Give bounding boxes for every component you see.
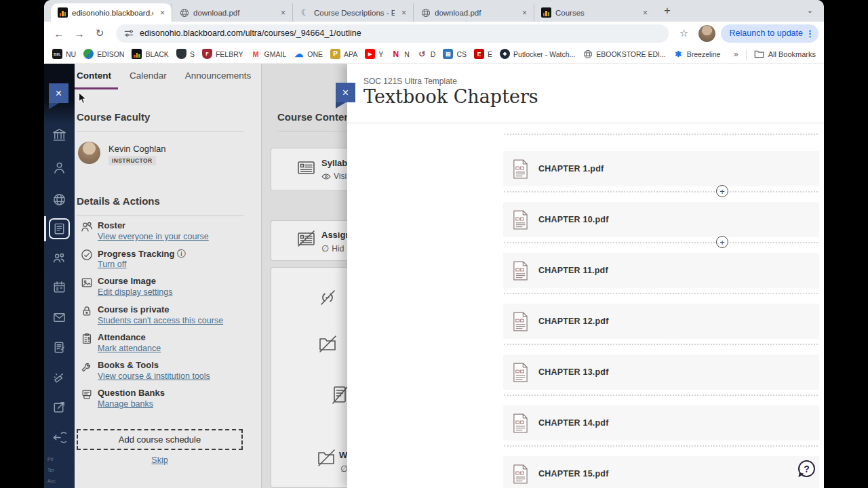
bookmark-ebookstore[interactable]: EBOOKSTORE EDI... [583, 49, 666, 59]
relaunch-to-update-button[interactable]: Relaunch to update ⋮ [721, 24, 818, 43]
chapter-row[interactable]: CHAPTER 14.pdf [503, 405, 819, 441]
bookmark-n[interactable]: NN [391, 49, 410, 59]
messages-icon[interactable] [52, 310, 66, 325]
bookmark-d[interactable]: ↺D [417, 49, 436, 59]
close-peek-panel-button[interactable]: × [336, 83, 355, 102]
organizations-icon[interactable] [52, 251, 66, 265]
bookmark-y[interactable]: ▶Y [365, 49, 383, 59]
tools-icon[interactable] [52, 370, 66, 384]
page-content: Pri Ter Acc Content Calendar Announcemen… [44, 64, 824, 488]
chapter-row[interactable]: CHAPTER 13.pdf [503, 354, 819, 390]
course-image-link[interactable]: Edit display settings [98, 287, 172, 297]
bookmark-breezeline[interactable]: ✱Breezeline [673, 49, 721, 59]
browser-toolbar: ← → ↻ edisonohio.blackboard.com/ultra/co… [44, 22, 824, 45]
grades-icon[interactable] [52, 340, 66, 354]
tab-close-icon[interactable]: × [278, 8, 288, 18]
p-icon: P [330, 49, 340, 59]
all-bookmarks-button[interactable]: All Bookmarks [754, 49, 816, 58]
attendance-link[interactable]: Mark attendance [98, 344, 161, 353]
progress-tracking-link[interactable]: Turn off [98, 260, 126, 269]
chapter-row[interactable]: CHAPTER 10.pdf [503, 202, 819, 237]
activity-globe-icon[interactable] [52, 192, 66, 207]
add-content-plus-button[interactable]: + [716, 185, 728, 197]
chapter-label: CHAPTER 12.pdf [538, 317, 609, 326]
tab-courses[interactable]: Courses × [534, 3, 654, 22]
folder-hidden-icon [317, 333, 338, 354]
tab-announcements[interactable]: Announcements [185, 70, 252, 89]
film-reel-icon [500, 49, 510, 59]
bookmark-gmail[interactable]: MGMAIL [251, 49, 287, 59]
insert-divider [504, 293, 818, 294]
bookmark-felbry[interactable]: FFELBRY [202, 49, 243, 59]
add-content-plus-button[interactable]: + [716, 236, 728, 248]
add-course-schedule-button[interactable]: Add course schedule [77, 429, 243, 450]
question-banks-link[interactable]: Manage banks [98, 399, 153, 409]
bookmark-black[interactable]: BLACK [132, 49, 168, 59]
chapter-row[interactable]: CHAPTER 15.pdf [503, 456, 819, 488]
sign-out-icon[interactable] [52, 430, 66, 445]
bookmark-putlocker[interactable]: Putlocker - Watch... [500, 49, 575, 59]
sidebar-footer-privacy[interactable]: Pri [47, 457, 54, 462]
tab-download-pdf-1[interactable]: download.pdf × [172, 3, 292, 22]
profile-icon[interactable] [52, 161, 66, 175]
insert-divider [504, 242, 818, 243]
syllabus-title[interactable]: Syllab [321, 158, 347, 168]
back-button[interactable]: ← [50, 28, 68, 39]
bookmark-star-icon[interactable]: ☆ [675, 27, 693, 39]
tab-blackboard-outline[interactable]: edisonohio.blackboard.com/u × [51, 3, 172, 22]
assignment-visibility: ∅ Hid [321, 243, 344, 253]
bookmark-s[interactable]: S [176, 49, 195, 59]
profile-avatar[interactable] [698, 25, 715, 42]
sidebar-footer-accessibility[interactable]: Acc [47, 479, 56, 483]
roster-link[interactable]: View everyone in your course [98, 232, 209, 241]
tab-download-pdf-2[interactable]: download.pdf × [413, 3, 534, 22]
pdf-document-icon [512, 312, 529, 331]
tab-close-icon[interactable]: × [640, 8, 650, 18]
bookmark-nu[interactable]: D2LNU [52, 49, 76, 59]
bookmark-edison[interactable]: EDISON [83, 49, 124, 59]
site-settings-icon[interactable] [124, 28, 134, 38]
institution-icon[interactable] [52, 128, 66, 142]
books-tools-link[interactable]: View course & institution tools [98, 371, 210, 381]
bookmark-cs[interactable]: ▤CS [443, 49, 467, 59]
chapter-row[interactable]: CHAPTER 12.pdf [503, 304, 819, 339]
tab-close-icon[interactable]: × [399, 8, 409, 18]
forward-button[interactable]: → [70, 28, 89, 39]
bookmarks-overflow-chevron-icon[interactable]: » [734, 49, 738, 59]
textbook-chapters-panel: SOC 121S Ultra Template Textbook Chapter… [347, 64, 824, 488]
bookmark-apa[interactable]: PAPA [330, 49, 357, 59]
course-private-link[interactable]: Students can't access this course [98, 316, 223, 325]
instructor-avatar[interactable] [78, 142, 100, 164]
tab-content[interactable]: Content [70, 70, 118, 89]
calendar-icon[interactable] [52, 280, 66, 294]
address-bar[interactable]: edisonohio.blackboard.com/ultra/courses/… [116, 24, 669, 43]
chapter-row[interactable]: CHAPTER 1.pdf [503, 151, 819, 186]
tab-search-chevron-icon[interactable]: ⌄ [807, 6, 813, 15]
sidebar-footer-terms[interactable]: Ter [47, 468, 54, 472]
bookmark-one[interactable]: ☁ONE [294, 49, 323, 59]
tab-close-icon[interactable]: × [519, 8, 530, 18]
courses-icon[interactable] [52, 222, 66, 236]
assignment-title[interactable]: Assign [321, 230, 351, 240]
help-icon[interactable]: ? [798, 460, 815, 477]
browser-menu-kebab-icon[interactable]: ⋮ [806, 28, 814, 39]
tab-course-descriptions[interactable]: ☾ Course Descriptions - Edison × [292, 3, 413, 22]
roster-people-icon [80, 220, 94, 234]
tab-calendar[interactable]: Calendar [130, 70, 167, 89]
insert-divider [504, 445, 818, 447]
chapter-row[interactable]: CHAPTER 11.pdf [503, 253, 819, 288]
sign-up-icon[interactable] [52, 400, 66, 414]
blue-grid-icon: ▤ [443, 49, 453, 59]
reload-button[interactable]: ↻ [90, 27, 109, 39]
close-course-panel-button[interactable]: × [49, 83, 68, 103]
info-icon[interactable]: ⓘ [177, 249, 186, 259]
divider [77, 216, 244, 216]
red-shield-icon: F [202, 49, 212, 59]
new-tab-button[interactable]: + [658, 2, 676, 20]
tab-close-icon[interactable]: × [157, 8, 167, 18]
folder-title[interactable]: W [339, 450, 347, 460]
instructor-name[interactable]: Kevin Coghlan [108, 144, 166, 154]
bookmarks-bar: D2LNU EDISON BLACK S FFELBRY MGMAIL ☁ONE… [44, 45, 824, 64]
bookmark-e[interactable]: EE [474, 49, 492, 59]
skip-link[interactable]: Skip [77, 455, 243, 465]
